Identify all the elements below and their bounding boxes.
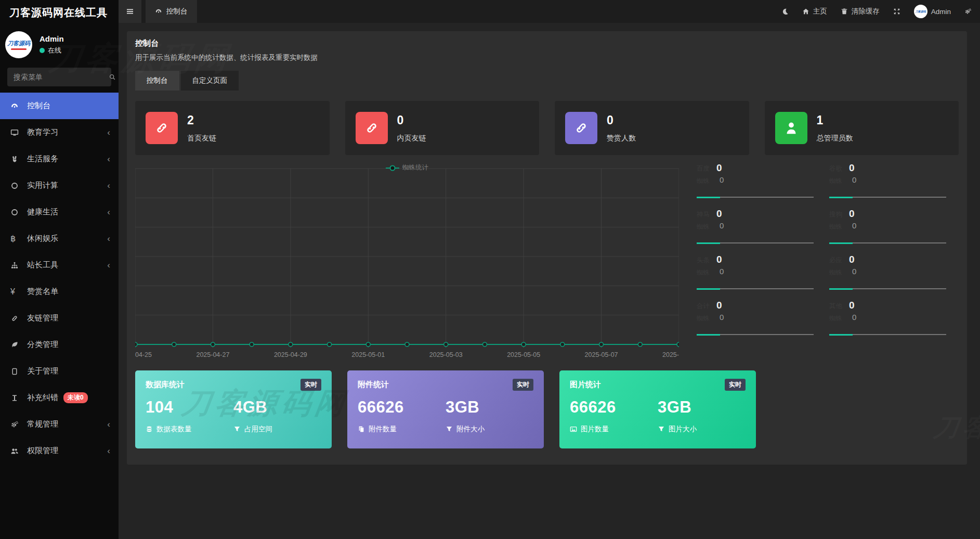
progress-fill — [829, 334, 853, 336]
sidebar-item-关于管理[interactable]: 关于管理 — [0, 358, 119, 384]
sidebar-item-健康生活[interactable]: 健康生活‹ — [0, 199, 119, 225]
page-header: 控制台 用于展示当前系统中的统计数据、统计报表及重要实时数据 — [135, 38, 318, 62]
gauge-icon — [10, 102, 21, 110]
spider-stat: 谷歌蜘蛛00 — [829, 161, 946, 207]
spider-sublabel: 蜘蛛 — [697, 177, 710, 186]
sidebar-item-教育学习[interactable]: 教育学习‹ — [0, 119, 119, 146]
gears-icon — [10, 420, 21, 429]
avatar-logo-text: 刀客源码 — [7, 40, 30, 47]
spider-value: 0 — [849, 300, 855, 311]
database-icon — [146, 426, 153, 433]
page-subtitle: 用于展示当前系统中的统计数据、统计报表及重要实时数据 — [135, 53, 318, 62]
sidebar-item-补充纠错[interactable]: 补充纠错未读0 — [0, 384, 119, 411]
watermark: 刀客源码网 — [932, 411, 980, 444]
stat-value: 1 — [817, 113, 853, 127]
hamburger-menu-icon[interactable] — [119, 0, 141, 23]
stat-label: 内页友链 — [397, 134, 426, 143]
svg-text:2025-05-01: 2025-05-01 — [351, 351, 385, 358]
chevron-left-icon: ‹ — [107, 234, 110, 244]
funnel-icon — [446, 426, 453, 433]
sidebar-item-label: 教育学习 — [27, 127, 58, 137]
sidebar-item-label: 控制台 — [27, 101, 50, 111]
spider-sublabel: 蜘蛛 — [829, 268, 842, 277]
stat-value: 2 — [187, 113, 216, 127]
sidebar-item-友链管理[interactable]: 友链管理 — [0, 305, 119, 331]
spider-subvalue: 0 — [852, 221, 856, 230]
avatar[interactable]: 刀客源码 — [5, 31, 32, 58]
chart-legend[interactable]: 蜘蛛统计 — [386, 163, 428, 172]
sidebar-menu: 控制台教育学习‹生活服务‹实用计算‹健康生活‹฿休闲娱乐‹站长工具‹¥赞赏名单友… — [0, 93, 119, 464]
stat-card-iconbox — [356, 112, 388, 144]
person-icon — [783, 120, 799, 136]
chevron-left-icon: ‹ — [107, 127, 110, 138]
topbar-clear-cache-label: 清除缓存 — [852, 7, 880, 16]
stat-card-iconbox — [565, 112, 597, 144]
topbar-settings[interactable] — [964, 8, 972, 15]
spider-value: 0 — [716, 208, 722, 220]
tab-dashboard[interactable]: 控制台 — [135, 71, 179, 91]
sidebar-item-实用计算[interactable]: 实用计算‹ — [0, 172, 119, 199]
summary-card-数据库统计: 数据库统计实时104数据表数量4GB占用空间 — [135, 370, 332, 448]
realtime-badge: 实时 — [300, 379, 321, 391]
realtime-badge: 实时 — [513, 379, 533, 391]
gears-icon — [964, 8, 972, 15]
summary-card-图片统计: 图片统计实时66626图片数量3GB图片大小 — [559, 370, 756, 448]
sitemap-icon — [10, 261, 21, 270]
tab-custom-page[interactable]: 自定义页面 — [181, 71, 239, 91]
summary-metric: 104数据表数量 — [146, 398, 233, 434]
search-icon[interactable] — [109, 73, 116, 81]
topbar-tab-dashboard[interactable]: 控制台 — [146, 0, 197, 23]
sidebar-item-站长工具[interactable]: 站长工具‹ — [0, 252, 119, 278]
baht-icon: ฿ — [10, 235, 21, 243]
stat-cards-row: 2首页友链0内页友链0赞赏人数1总管理员数 — [135, 101, 959, 155]
sidebar-item-常规管理[interactable]: 常规管理‹ — [0, 411, 119, 438]
sidebar-item-生活服务[interactable]: 生活服务‹ — [0, 146, 119, 172]
link-icon — [573, 120, 589, 136]
metric-value: 66626 — [358, 398, 446, 417]
topbar-fullscreen[interactable] — [893, 8, 900, 15]
metric-label: 图片数量 — [581, 425, 609, 434]
sidebar-item-权限管理[interactable]: 权限管理‹ — [0, 438, 119, 464]
circle-icon — [10, 208, 21, 216]
unread-badge: 未读0 — [63, 392, 88, 403]
summary-metric: 3GB附件大小 — [446, 398, 533, 434]
page-tabs: 控制台 自定义页面 — [135, 71, 239, 91]
search-input[interactable] — [12, 72, 109, 82]
image-icon — [570, 426, 577, 433]
svg-text:2025-05-07: 2025-05-07 — [585, 351, 618, 358]
avatar-logo-mark — [11, 48, 27, 50]
metric-value: 104 — [146, 398, 233, 417]
spider-label: 神马 — [697, 210, 710, 219]
sidebar-item-分类管理[interactable]: 分类管理 — [0, 331, 119, 358]
home-icon — [802, 8, 809, 15]
spider-stat: 神马蜘蛛00 — [697, 207, 814, 253]
spider-stat: 头条蜘蛛00 — [697, 253, 814, 299]
spider-sublabel: 蜘蛛 — [829, 223, 842, 232]
spider-value: 0 — [849, 208, 855, 220]
topbar-home[interactable]: 主页 — [802, 7, 827, 16]
sidebar-item-控制台[interactable]: 控制台 — [0, 93, 119, 119]
topbar-clear-cache[interactable]: 清除缓存 — [841, 7, 880, 16]
legend-line-icon — [386, 168, 399, 169]
sidebar-item-label: 权限管理 — [27, 446, 58, 456]
sidebar-item-赞赏名单[interactable]: ¥赞赏名单 — [0, 278, 119, 305]
metric-value: 66626 — [570, 398, 658, 417]
spider-stat: 合计蜘蛛00 — [697, 299, 814, 344]
avatar: 刀客源码 — [914, 5, 927, 18]
svg-text:2025-05-09: 2025-05-09 — [662, 351, 679, 358]
legend-label: 蜘蛛统计 — [402, 163, 428, 172]
topbar: 控制台 主页清除缓存刀客源码Admin — [119, 0, 980, 23]
spider-subvalue: 0 — [852, 175, 856, 184]
spider-label: 谷歌 — [829, 164, 842, 173]
spider-label: 头条 — [697, 256, 710, 265]
topbar-home-label: 主页 — [813, 7, 827, 16]
sidebar-item-休闲娱乐[interactable]: ฿休闲娱乐‹ — [0, 225, 119, 252]
spider-subvalue: 0 — [852, 267, 856, 276]
sidebar-item-label: 站长工具 — [27, 260, 58, 270]
progress-fill — [697, 288, 720, 290]
topbar-user[interactable]: 刀客源码Admin — [914, 5, 951, 18]
sidebar: 刀客源码网在线工具 刀客源码 Admin 在线 控制台教育学习‹生活服务‹实用计… — [0, 0, 119, 539]
topbar-theme-toggle[interactable] — [781, 8, 789, 15]
spider-label: 搜狗 — [829, 210, 842, 219]
spider-label: 合计 — [697, 302, 710, 311]
